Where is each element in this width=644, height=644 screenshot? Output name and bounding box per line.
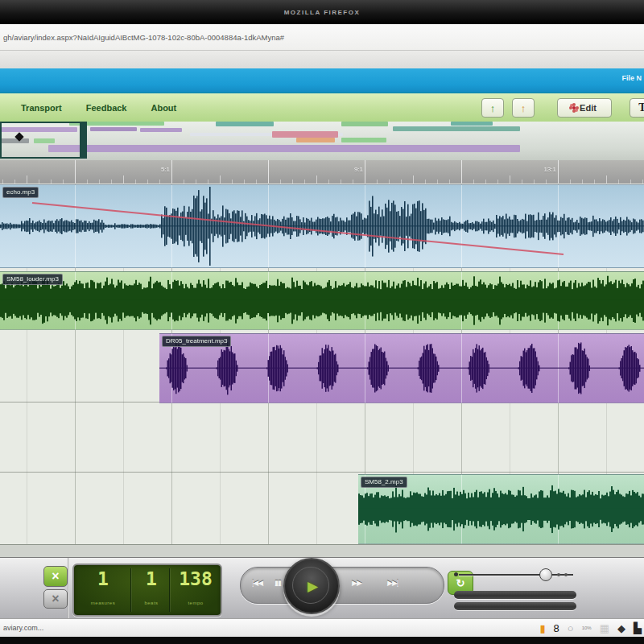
lcd-beat: 1 — [132, 570, 171, 588]
pause-button[interactable]: ▮▮ — [275, 579, 281, 587]
play-icon: ▶ — [308, 580, 318, 593]
file-name-label: File N — [621, 74, 642, 82]
publish-arrow-icon: ↑ — [521, 103, 526, 114]
clip-label: echo.mp3 — [2, 187, 39, 198]
transport-panel: × × 1 1 138 measures beats tempo |◀◀ ▮▮ … — [0, 557, 644, 619]
transport-controls: |◀◀ ▮▮ ▶▶ ▶▶| — [240, 567, 444, 604]
overview-track-strip — [216, 122, 274, 126]
lcd-display: 1 1 138 measures beats tempo — [72, 564, 222, 617]
menu-item-feedback[interactable]: Feedback — [86, 103, 127, 113]
ruler-label: 5:1 — [152, 166, 170, 173]
timeline-ruler[interactable]: 5:19:113:1 — [0, 160, 644, 184]
ruler-label: 13:1 — [539, 166, 556, 173]
addon-orange-icon[interactable]: ▮ — [539, 623, 545, 634]
lcd-separator — [130, 568, 131, 612]
clip-label: DR05_treatment.mp3 — [162, 336, 231, 347]
text-tool-icon: T — [638, 101, 644, 114]
audio-clip-track3[interactable]: DR05_treatment.mp3 — [159, 333, 644, 403]
upload-button[interactable]: ↑ — [481, 98, 504, 118]
window-title: MOZILLA FIREFOX — [284, 9, 361, 16]
speaker-grille — [454, 602, 576, 610]
volume-min-dot — [454, 572, 458, 576]
addon-glyph-icon[interactable]: 8 — [554, 623, 559, 634]
address-bar[interactable]: gh/aviary/index.aspx?NaIdAIguidAIBctMG-1… — [3, 33, 284, 42]
browser-statusbar: aviary.com... ▮8○10%▦◆▙ — [0, 618, 644, 638]
ruler-label: 9:1 — [345, 166, 363, 173]
volume-envelope-line[interactable] — [0, 185, 644, 267]
menu-items: TransportFeedbackAbout — [21, 93, 176, 122]
audio-clip-track5[interactable]: SM58_2.mp3 — [358, 474, 644, 544]
publish-button[interactable]: ↑ — [512, 98, 535, 118]
play-button[interactable]: ▶ — [283, 558, 340, 614]
volume-tick — [557, 573, 560, 576]
metronome-on-button[interactable]: × — [43, 566, 68, 587]
track-divider — [0, 472, 644, 473]
app-header: File N — [0, 68, 644, 93]
overview-selection-handle[interactable] — [80, 123, 85, 157]
timeline-overview[interactable] — [0, 122, 644, 160]
edit-button-label: Edit — [580, 103, 597, 113]
overview-selection[interactable] — [0, 122, 87, 159]
overview-track-strip — [341, 138, 386, 142]
aviary-flower-icon — [572, 106, 576, 109]
bookmarks-bar — [0, 51, 644, 69]
lcd-separator — [169, 568, 170, 612]
tracks-footer-strip — [0, 544, 644, 558]
volume-slider-thumb[interactable] — [539, 568, 552, 581]
overview-track-strip — [296, 138, 335, 142]
menu-item-transport[interactable]: Transport — [21, 103, 62, 113]
fast-forward-button[interactable]: ▶▶ — [352, 579, 361, 587]
lcd-measure: 1 — [74, 570, 132, 588]
tracks-area: echo.mp3 SM58_louder.mp3 DR05_treatment.… — [0, 184, 644, 544]
speaker-grille — [454, 591, 576, 599]
session-circle-icon[interactable]: ○ — [568, 623, 574, 634]
progress-text[interactable]: 10% — [582, 625, 592, 631]
menu-item-about[interactable]: About — [151, 103, 176, 113]
status-text: aviary.com... — [3, 624, 43, 632]
screen: MOZILLA FIREFOX gh/aviary/index.aspx?NaI… — [0, 0, 644, 644]
overview-track-strip — [393, 126, 520, 131]
lcd-tempo-label: tempo — [171, 601, 221, 605]
text-tool-button[interactable]: T — [630, 98, 644, 118]
window-titlebar: MOZILLA FIREFOX — [0, 0, 644, 24]
audio-clip-track1[interactable]: echo.mp3 — [0, 184, 644, 268]
skip-end-button[interactable]: ▶▶| — [387, 579, 398, 587]
page-icon[interactable]: ▦ — [600, 623, 609, 634]
overview-track-strip — [451, 122, 493, 126]
city-icon[interactable]: ▙ — [634, 623, 642, 634]
overview-track-strip — [48, 145, 520, 152]
overview-track-strip — [140, 128, 182, 132]
volume-slider[interactable] — [459, 574, 573, 576]
lcd-measure-label: measures — [74, 601, 132, 605]
overview-track-strip — [272, 131, 338, 138]
lcd-tempo: 138 — [171, 570, 221, 588]
edit-button[interactable]: Edit — [557, 98, 612, 118]
upload-arrow-icon: ↑ — [490, 103, 496, 114]
bottom-black-bar — [0, 637, 644, 644]
skip-start-button[interactable]: |◀◀ — [252, 579, 262, 587]
panel-seam — [68, 558, 69, 619]
diamond-icon[interactable]: ◆ — [617, 623, 625, 634]
clip-label: SM58_louder.mp3 — [2, 274, 63, 285]
metronome-off-button[interactable]: × — [43, 589, 68, 609]
lcd-beat-label: beats — [132, 601, 171, 605]
overview-track-strip — [90, 127, 137, 131]
clip-label: SM58_2.mp3 — [361, 477, 407, 488]
app-menubar: TransportFeedbackAbout ↑ ↑ Edit T — [0, 93, 644, 122]
audio-clip-track2[interactable]: SM58_louder.mp3 — [0, 271, 644, 330]
overview-track-strip — [341, 122, 388, 126]
volume-tick — [564, 573, 568, 576]
address-row: gh/aviary/index.aspx?NaIdAIguidAIBctMG-1… — [0, 24, 644, 51]
